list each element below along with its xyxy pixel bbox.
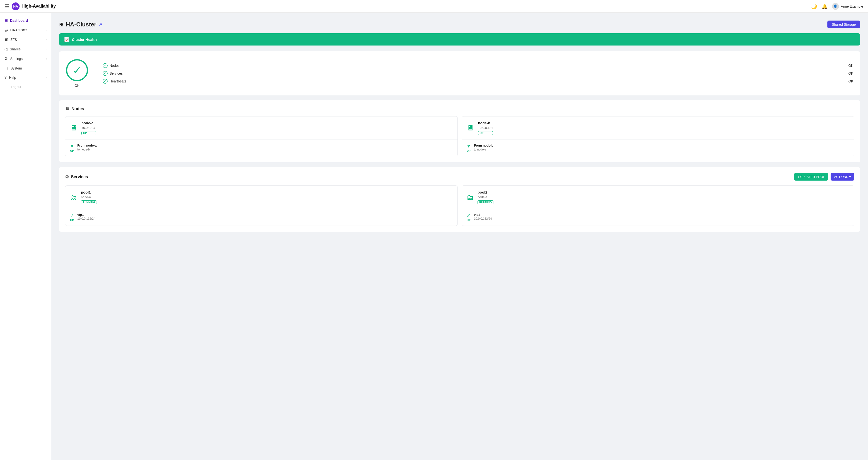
topbar-left: ☰ HA High-Availability [5,2,808,10]
pool1-vip-details: vip1 10.0.0.132/24 [77,213,95,221]
nodes-title: Nodes [71,107,84,111]
nodes-section-title: 🖥 Nodes [65,106,84,111]
pool2-node: node-a [477,195,493,199]
pool2-status-badge: RUNNING [477,200,493,204]
nodes-status: OK [848,64,853,67]
chevron-icon-shares: ‹ [46,48,47,51]
node-a-hb-up-label: UP [70,149,74,152]
actions-chevron-icon: ▾ [849,175,851,179]
pool1-stack-icon: 🗂 [70,193,77,201]
node-b-info: node-b 10.0.0.131 UP [478,121,493,135]
nodes-section: 🖥 Nodes 🖥 node-a 10.0.0.130 UP [59,100,860,162]
nodes-label: Nodes [110,64,119,67]
sidebar-label-help: Help [9,76,16,80]
pool1-name: pool1 [81,190,97,194]
share-icon-pool1: ⤢ [70,213,74,218]
health-check-services-label: ✓ Services [103,71,123,76]
pool1-node: node-a [81,195,97,199]
node-b-heartbeat-details: From node-b to node-a [474,144,493,151]
settings-icon: ⚙ [4,56,8,61]
heartbeats-label: Heartbeats [110,79,126,83]
node-b-hb-to: to node-a [474,148,493,151]
logo-area: HA High-Availability [12,2,56,10]
pool1-info: pool1 node-a RUNNING [81,190,97,204]
node-b-bottom: ♥ UP From node-b to node-a [462,140,854,156]
cluster-health-label: Cluster Health [72,37,97,41]
node-a-heartbeat-details: From node-a to node-b [77,144,97,151]
node-a-info: node-a 10.0.0.130 UP [82,121,96,135]
cluster-pool-button[interactable]: + CLUSTER POOL [794,173,828,180]
chevron-icon-system: ‹ [46,67,47,70]
pool2-name: pool2 [477,190,493,194]
services-section-header: ⚙ Services + CLUSTER POOL ACTIONS ▾ [65,173,854,180]
sidebar-label-logout: Logout [11,85,21,89]
services-section-icon: ⚙ [65,174,69,180]
sidebar-label-settings: Settings [10,57,23,61]
hamburger-icon[interactable]: ☰ [5,3,9,9]
app-title: High-Availability [22,4,56,9]
shares-icon: ◁ [4,47,7,51]
services-status: OK [848,71,853,75]
sidebar-item-help[interactable]: ? Help ‹ [0,73,51,82]
pool2-vip-icon-area: ⤢ UP [467,213,470,222]
pool1-card: 🗂 pool1 node-a RUNNING ⤢ UP [65,185,458,226]
pool1-vip-icon-area: ⤢ UP [70,213,74,222]
monitor-section-icon: 🖥 [65,106,69,111]
health-check-heartbeats: ✓ Heartbeats OK [103,79,853,84]
bell-icon[interactable]: 🔔 [822,3,828,9]
sidebar-item-shares[interactable]: ◁ Shares ‹ [0,44,51,54]
topbar-right: 🌙 🔔 👤 Anne Example [811,3,863,10]
actions-button-label: ACTIONS [834,175,848,179]
pool1-vip-ip: 10.0.0.132/24 [77,217,95,221]
chevron-icon-zfs: ‹ [46,38,47,41]
moon-icon[interactable]: 🌙 [811,3,817,9]
pool1-top: 🗂 pool1 node-a RUNNING [65,186,458,209]
sidebar-item-system[interactable]: ◫ System ‹ [0,63,51,73]
node-a-ip: 10.0.0.130 [82,126,96,130]
app-root: ☰ HA High-Availability 🌙 🔔 👤 Anne Exampl… [0,0,868,460]
node-a-hb-to: to node-b [77,148,97,151]
cluster-name: HA-Cluster [66,21,96,28]
health-check-nodes: ✓ Nodes OK [103,63,853,68]
check-icon-heartbeats: ✓ [103,79,107,84]
sidebar-label-system: System [10,66,22,70]
health-panel: ✓ OK ✓ Nodes OK ✓ Services [59,51,860,95]
main-content: ⊞ HA-Cluster ↗ Shared Storage 📈 Cluster … [51,13,868,460]
heartbeats-status: OK [848,79,853,83]
external-link-icon[interactable]: ↗ [99,22,102,27]
pool2-info: pool2 node-a RUNNING [477,190,493,204]
node-a-heartbeat: ♥ UP From node-a to node-b [70,144,97,152]
node-a-monitor-icon: 🖥 [70,124,78,132]
sidebar-item-zfs[interactable]: ▣ ZFS ‹ [0,35,51,44]
logo-inner: HA [13,4,18,8]
sidebar-label-ha-cluster: HA-Cluster [10,28,27,32]
node-a-heartbeat-icon: ♥ UP [70,144,74,152]
system-icon: ◫ [4,66,8,70]
node-b-card: 🖥 node-b 10.0.0.131 UP ♥ UP [462,116,854,156]
check-icon-nodes: ✓ [103,63,107,68]
sidebar-item-dashboard[interactable]: ⊞ Dashboard [0,16,51,25]
sidebar-item-settings[interactable]: ⚙ Settings ‹ [0,54,51,63]
health-status-label: OK [74,84,80,88]
heart-icon-b: ♥ [467,144,470,149]
sidebar-item-ha-cluster[interactable]: ◎ HA-Cluster ‹ [0,25,51,35]
health-circle: ✓ OK [66,59,88,88]
user-name: Anne Example [841,4,863,8]
pool1-status-badge: RUNNING [81,200,97,204]
services-grid: 🗂 pool1 node-a RUNNING ⤢ UP [65,185,854,226]
node-b-status-badge: UP [478,131,493,135]
user-area[interactable]: 👤 Anne Example [832,3,863,10]
actions-button[interactable]: ACTIONS ▾ [831,173,854,180]
sidebar-item-logout[interactable]: → Logout [0,82,51,91]
health-check-services: ✓ Services OK [103,71,853,76]
ha-cluster-icon: ◎ [4,28,8,32]
node-b-hb-up-label: UP [467,149,470,152]
topbar: ☰ HA High-Availability 🌙 🔔 👤 Anne Exampl… [0,0,868,13]
node-a-card: 🖥 node-a 10.0.0.130 UP ♥ UP [65,116,458,156]
node-b-hb-from: From node-b [474,144,493,147]
health-ok-circle: ✓ [66,59,88,81]
pool2-vip-name: vip2 [474,213,492,217]
cluster-health-bar: 📈 Cluster Health [59,33,860,46]
health-checks: ✓ Nodes OK ✓ Services OK [103,63,853,84]
shared-storage-button[interactable]: Shared Storage [828,21,860,28]
